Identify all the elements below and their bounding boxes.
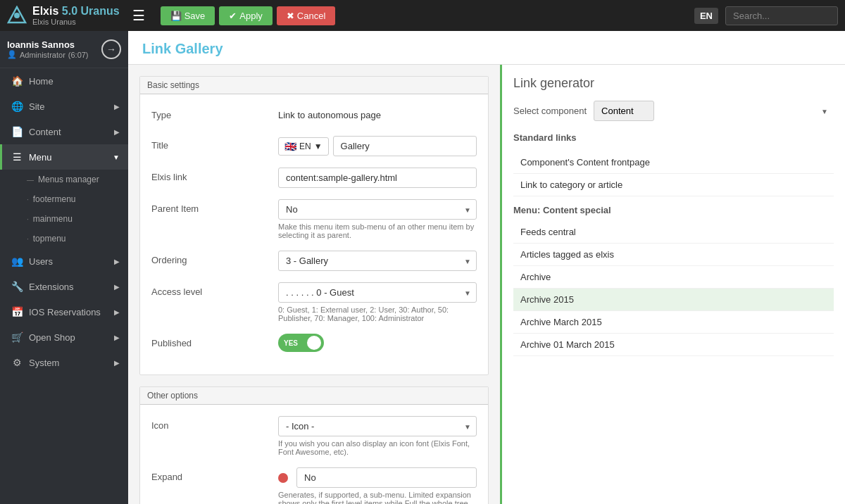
apply-button[interactable]: ✔ Apply [219,6,273,25]
sidebar-item-extensions[interactable]: 🔧 Extensions ▶ [0,274,128,299]
parent-item-help: Make this menu item sub-menu of an other… [278,222,477,239]
form-main: Basic settings Type Link to autonomous p… [128,65,500,504]
sidebar-label-shop: Open Shop [29,332,75,343]
sidebar-sub-mainmenu[interactable]: · mainmenu [0,209,128,229]
chevron-down-icon: ▶ [114,359,120,367]
apply-icon: ✔ [229,11,237,21]
cancel-button[interactable]: ✖ Cancel [277,6,335,25]
link-item-archive-2015[interactable]: Archive 2015 [513,289,834,311]
sidebar-label-system: System [29,358,59,368]
logout-button[interactable]: → [101,39,121,59]
toggle-knob [307,336,321,350]
sidebar-sub-topmenu[interactable]: · topmenu [0,229,128,248]
sidebar-item-system[interactable]: ⚙ System ▶ [0,350,128,375]
icon-select[interactable]: - Icon - [278,416,477,436]
sidebar-item-menu[interactable]: ☰ Menu ▼ [0,144,128,170]
standard-links-list: Component's Content frontpage Link to ca… [513,151,834,196]
link-item-frontpage[interactable]: Component's Content frontpage [513,151,834,174]
sidebar-sub-footermenu[interactable]: · footermenu [0,189,128,209]
chevron-down-icon: ▼ [113,153,120,161]
standard-links-title: Standard links [513,132,834,146]
users-icon: 👥 [11,256,23,267]
hamburger-button[interactable]: ☰ [127,4,151,27]
parent-item-label: Parent Item [151,199,278,214]
topbar-right: EN [694,6,838,25]
title-input[interactable] [333,136,477,156]
published-label: Published [151,334,278,348]
sidebar-label-ios: IOS Reservations [29,307,101,317]
main-layout: Ioannis Sannos 👤 Administrator (6:07) → … [0,31,845,504]
expand-field: Expand Generates, if supported, a sub-me… [151,467,477,504]
extensions-icon: 🔧 [11,281,23,292]
language-select[interactable]: 🇬🇧 EN ▼ [278,137,329,156]
expand-status-dot [278,473,288,483]
link-item-articles-tagged[interactable]: Articles tagged as elxis [513,244,834,266]
system-icon: ⚙ [11,357,23,368]
expand-input[interactable] [296,467,477,488]
topbar: Elxis 5.0 Uranus Elxis Uranus ☰ 💾 Save ✔… [0,0,845,31]
sidebar-label-content: Content [29,127,61,137]
shop-icon: 🛒 [11,332,23,343]
sidebar-item-ios-reservations[interactable]: 📅 IOS Reservations ▶ [0,299,128,325]
flag-icon: 🇬🇧 [284,141,296,152]
page-title: Link Gallery [142,41,831,57]
elxis-link-label: Elxis link [151,168,278,182]
language-badge[interactable]: EN [694,8,718,24]
chevron-down-icon: ▶ [114,283,120,291]
component-select-label: Select component [513,106,587,116]
sidebar-item-home[interactable]: 🏠 Home [0,68,128,94]
dot-icon: — [27,176,34,184]
sidebar-sub-menus-manager[interactable]: — Menus manager [0,170,128,189]
elxis-link-input[interactable] [278,168,477,188]
page-header: Link Gallery [128,31,845,65]
published-toggle[interactable]: YES [278,334,324,352]
expand-help: Generates, if supported, a sub-menu. Lim… [278,491,477,504]
access-level-select[interactable]: . . . . . . 0 - Guest [278,282,477,303]
app-sub: Elxis Uranus [32,18,120,26]
user-name: Ioannis Sannos [7,39,89,50]
sidebar-label-users: Users [29,256,53,267]
sidebar-item-site[interactable]: 🌐 Site ▶ [0,94,128,119]
user-role: 👤 Administrator (6:07) [7,50,89,59]
parent-item-select[interactable]: No [278,199,477,220]
ordering-select[interactable]: 3 - Gallery [278,251,477,271]
link-item-feeds-central[interactable]: Feeds central [513,221,834,244]
title-label: Title [151,136,278,151]
chevron-down-icon: ▶ [114,128,120,136]
type-field: Type Link to autonomous page [151,106,477,125]
sidebar-item-content[interactable]: 📄 Content ▶ [0,119,128,144]
icon-label: Icon [151,416,278,431]
chevron-down-icon: ▶ [114,308,120,316]
dot-icon: · [27,215,29,223]
cancel-icon: ✖ [287,11,294,21]
link-item-archive[interactable]: Archive [513,266,834,289]
search-input[interactable] [725,6,838,25]
component-select[interactable]: Content [594,101,654,121]
sidebar-label-home: Home [29,76,54,87]
other-options-panel: Other options Icon - Icon - If you wis [139,386,489,504]
toggle-on-label: YES [284,339,298,347]
sidebar-label-extensions: Extensions [29,282,74,292]
menu-icon: ☰ [11,151,23,163]
type-label: Type [151,106,278,120]
sidebar-nav: 🏠 Home 🌐 Site ▶ 📄 Content ▶ ☰ Menu ▼ — M… [0,68,128,504]
home-icon: 🏠 [11,75,23,87]
link-item-category[interactable]: Link to category or article [513,174,834,196]
link-generator-panel: Link generator Select component Content … [500,65,845,504]
chevron-down-icon: ▶ [114,334,120,341]
content-icon: 📄 [11,126,23,137]
save-button[interactable]: 💾 Save [161,6,215,25]
sidebar-item-users[interactable]: 👥 Users ▶ [0,248,128,274]
basic-settings-legend: Basic settings [140,77,488,94]
parent-item-field: Parent Item No Make this menu item sub-m… [151,199,477,239]
content-area: Link Gallery Basic settings Type Link to… [128,31,845,504]
site-icon: 🌐 [11,101,23,112]
chevron-down-icon: ▼ [314,141,323,151]
access-level-field: Access level . . . . . . 0 - Guest 0: Gu… [151,282,477,322]
link-item-archive-01-march-2015[interactable]: Archive 01 March 2015 [513,334,834,356]
link-item-archive-march-2015[interactable]: Archive March 2015 [513,311,834,334]
sidebar-item-open-shop[interactable]: 🛒 Open Shop ▶ [0,325,128,350]
link-generator-title: Link generator [513,76,834,91]
save-icon: 💾 [170,11,182,21]
basic-settings-panel: Basic settings Type Link to autonomous p… [139,76,489,375]
